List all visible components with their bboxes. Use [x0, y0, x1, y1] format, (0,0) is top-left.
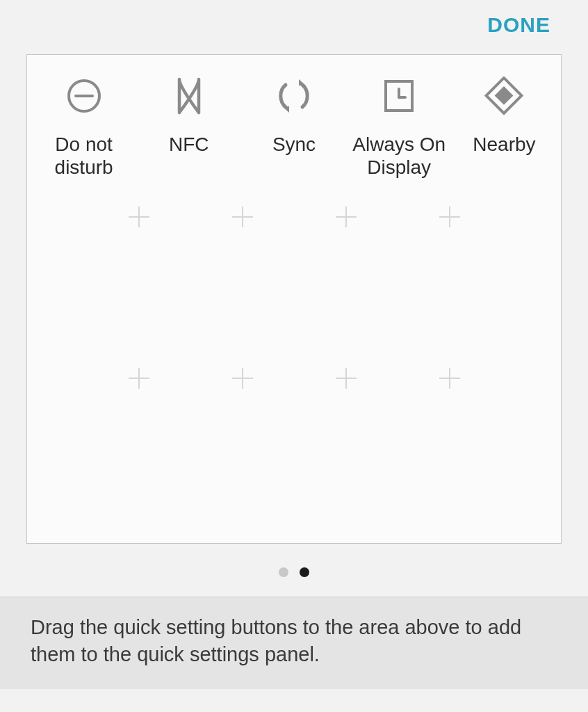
tile-label: Sync: [272, 133, 316, 156]
empty-slot[interactable]: [398, 368, 501, 529]
tile-row: Do not disturb NFC Sync: [31, 67, 557, 207]
page-dot[interactable]: [279, 567, 288, 577]
done-button[interactable]: DONE: [483, 13, 555, 38]
tile-do-not-disturb[interactable]: Do not disturb: [31, 67, 136, 207]
plus-icon: [336, 368, 357, 389]
top-bar: DONE: [0, 0, 588, 47]
empty-slot[interactable]: [190, 207, 294, 368]
tile-label: NFC: [169, 133, 209, 156]
svg-marker-3: [282, 106, 289, 113]
tile-always-on-display[interactable]: Always On Display: [347, 67, 452, 207]
empty-slot[interactable]: [190, 368, 294, 529]
plus-icon: [439, 368, 460, 389]
plus-icon: [232, 207, 253, 227]
tile-nfc[interactable]: NFC: [136, 67, 241, 207]
empty-slot[interactable]: [87, 207, 190, 368]
empty-slot[interactable]: [398, 207, 501, 368]
plus-icon: [129, 207, 149, 227]
plus-icon: [129, 368, 149, 389]
page-indicator: [0, 544, 588, 597]
page-dot-active[interactable]: [300, 567, 309, 577]
empty-slot[interactable]: [294, 368, 398, 529]
quick-settings-edit-panel: Do not disturb NFC Sync: [26, 54, 562, 544]
tile-label: Do not disturb: [33, 133, 136, 179]
svg-marker-2: [299, 79, 306, 86]
instruction-text: Drag the quick setting buttons to the ar…: [31, 614, 557, 668]
tile-label: Nearby: [473, 133, 535, 156]
sync-icon: [272, 74, 316, 118]
tile-sync[interactable]: Sync: [241, 67, 346, 207]
nearby-icon: [482, 74, 525, 118]
tile-label: Always On Display: [348, 133, 450, 179]
empty-slot[interactable]: [87, 368, 190, 529]
always-on-display-icon: [377, 74, 420, 118]
svg-rect-8: [495, 86, 514, 105]
empty-slot[interactable]: [294, 207, 398, 368]
do-not-disturb-icon: [63, 74, 106, 118]
empty-row: [31, 368, 557, 529]
plus-icon: [336, 207, 357, 227]
plus-icon: [439, 207, 460, 227]
tile-nearby[interactable]: Nearby: [452, 67, 557, 207]
nfc-icon: [168, 74, 211, 118]
instruction-bar: Drag the quick setting buttons to the ar…: [0, 597, 588, 689]
empty-row: [31, 207, 557, 368]
plus-icon: [232, 368, 253, 389]
